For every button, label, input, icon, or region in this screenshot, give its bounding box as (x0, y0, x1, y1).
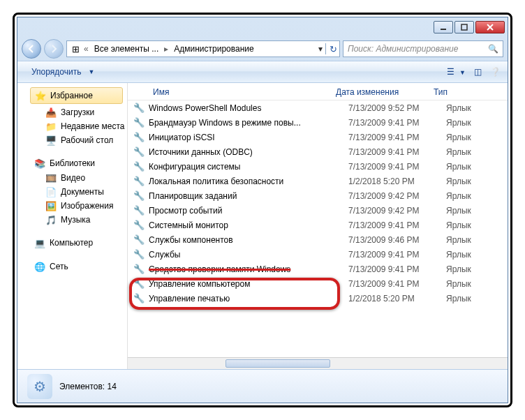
column-name[interactable]: Имя (133, 87, 336, 97)
organize-label: Упорядочить (31, 67, 81, 77)
pictures-icon: 🖼️ (45, 200, 57, 211)
refresh-button[interactable]: ↻ (325, 43, 337, 54)
help-button[interactable]: ❔ (490, 67, 501, 77)
svg-rect-1 (461, 24, 467, 30)
file-date: 7/13/2009 9:52 PM (348, 103, 446, 113)
titlebar (17, 17, 508, 37)
minimize-button[interactable] (434, 21, 453, 33)
horizontal-scrollbar[interactable] (128, 357, 508, 369)
libraries-icon: 📚 (34, 158, 45, 169)
sidebar-item-music[interactable]: 🎵Музыка (17, 213, 127, 227)
video-icon: 🎞️ (45, 172, 57, 183)
file-type: Ярлык (446, 177, 502, 186)
status-count: Элементов: 14 (59, 382, 117, 391)
file-date: 7/13/2009 9:41 PM (348, 279, 446, 289)
file-name: Конфигурация системы (149, 162, 348, 172)
search-input[interactable]: Поиск: Администрирование 🔍 (343, 40, 503, 57)
file-date: 7/13/2009 9:41 PM (348, 147, 446, 157)
sidebar-computer[interactable]: 💻Компьютер (17, 235, 127, 250)
search-icon[interactable]: 🔍 (488, 44, 498, 54)
file-row[interactable]: 🔧Системный монитор7/13/2009 9:41 PMЯрлык (128, 218, 508, 232)
file-name: Локальная политика безопасности (149, 177, 348, 186)
sidebar-item-desktop[interactable]: 🖥️Рабочий стол (17, 133, 127, 147)
file-row[interactable]: 🔧Инициатор iSCSI7/13/2009 9:41 PMЯрлык (128, 130, 508, 144)
file-row[interactable]: 🔧Службы7/13/2009 9:41 PMЯрлык (128, 247, 508, 262)
file-type: Ярлык (446, 220, 502, 230)
file-type: Ярлык (446, 118, 502, 128)
explorer-window: ⊞ « Все элементы ... ▸ Администрирование… (17, 17, 508, 403)
scrollbar-thumb[interactable] (225, 359, 330, 368)
search-placeholder: Поиск: Администрирование (348, 44, 458, 54)
column-type[interactable]: Тип (434, 87, 489, 97)
file-row[interactable]: 🔧Средство проверки памяти Windows7/13/20… (128, 262, 508, 276)
downloads-icon: 📥 (45, 107, 57, 118)
file-name: Инициатор iSCSI (149, 133, 348, 142)
file-row[interactable]: 🔧Планировщик заданий7/13/2009 9:42 PMЯрл… (128, 188, 508, 203)
file-row[interactable]: 🔧Конфигурация системы7/13/2009 9:41 PMЯр… (128, 159, 508, 174)
breadcrumb-root[interactable]: Все элементы ... (91, 44, 162, 54)
file-type: Ярлык (446, 206, 502, 216)
file-name: Просмотр событий (149, 206, 348, 216)
star-icon: ⭐ (35, 90, 46, 101)
sidebar-libraries[interactable]: 📚Библиотеки (17, 156, 127, 171)
file-date: 1/2/2018 5:20 PM (348, 177, 446, 186)
file-row[interactable]: 🔧Брандмауэр Windows в режиме повы...7/13… (128, 115, 508, 130)
chevron-down-icon[interactable]: ▾ (318, 44, 323, 54)
file-date: 7/13/2009 9:46 PM (348, 235, 446, 245)
column-headers: Имя Дата изменения Тип (128, 83, 508, 100)
file-date: 7/13/2009 9:41 PM (348, 250, 446, 260)
file-row[interactable]: 🔧Просмотр событий7/13/2009 9:42 PMЯрлык (128, 203, 508, 218)
file-row[interactable]: 🔧Управление компьютером7/13/2009 9:41 PM… (128, 276, 508, 291)
back-button[interactable] (22, 39, 41, 59)
file-name: Windows PowerShell Modules (149, 103, 348, 113)
view-options-button[interactable]: ☰ ▼ (447, 67, 466, 77)
file-row[interactable]: 🔧Управление печатью1/2/2018 5:20 PMЯрлык (128, 291, 508, 306)
sidebar-item-recent[interactable]: 📁Недавние места (17, 119, 127, 133)
sidebar-item-pictures[interactable]: 🖼️Изображения (17, 199, 127, 213)
sidebar-item-documents[interactable]: 📄Документы (17, 185, 127, 199)
file-name: Службы (149, 250, 348, 260)
sidebar-item-downloads[interactable]: 📥Загрузки (17, 105, 127, 119)
sidebar-favorites[interactable]: ⭐Избранное (30, 87, 123, 104)
file-type: Ярлык (446, 147, 502, 157)
file-type: Ярлык (446, 264, 502, 274)
file-list-panel: Имя Дата изменения Тип 🔧Windows PowerShe… (128, 83, 508, 369)
file-type: Ярлык (446, 133, 502, 142)
shortcut-icon: 🔧 (133, 190, 145, 202)
file-date: 7/13/2009 9:41 PM (348, 220, 446, 230)
file-name: Брандмауэр Windows в режиме повы... (149, 118, 348, 128)
file-row[interactable]: 🔧Источники данных (ODBC)7/13/2009 9:41 P… (128, 144, 508, 159)
shortcut-icon: 🔧 (133, 293, 145, 304)
file-row[interactable]: 🔧Службы компонентов7/13/2009 9:46 PMЯрлы… (128, 232, 508, 247)
sidebar-item-video[interactable]: 🎞️Видео (17, 171, 127, 185)
forward-button[interactable] (44, 39, 64, 59)
file-date: 7/13/2009 9:42 PM (348, 191, 446, 201)
navigation-pane: ⭐Избранное 📥Загрузки 📁Недавние места 🖥️Р… (17, 83, 128, 369)
documents-icon: 📄 (45, 186, 57, 197)
preview-pane-button[interactable]: ◫ (474, 67, 482, 77)
file-type: Ярлык (446, 250, 502, 260)
file-type: Ярлык (446, 191, 502, 201)
column-date[interactable]: Дата изменения (336, 87, 434, 97)
shortcut-icon: 🔧 (133, 132, 145, 143)
file-name: Управление печатью (149, 294, 348, 303)
shortcut-icon: 🔧 (133, 103, 145, 114)
file-row[interactable]: 🔧Локальная политика безопасности1/2/2018… (128, 174, 508, 188)
shortcut-icon: 🔧 (133, 234, 145, 246)
file-date: 7/13/2009 9:41 PM (348, 162, 446, 172)
status-bar: ⚙ Элементов: 14 (17, 369, 508, 403)
file-row[interactable]: 🔧Windows PowerShell Modules7/13/2009 9:5… (128, 100, 508, 115)
file-date: 7/13/2009 9:41 PM (348, 118, 446, 128)
music-icon: 🎵 (45, 214, 57, 225)
file-type: Ярлык (446, 279, 502, 289)
address-bar[interactable]: ⊞ « Все элементы ... ▸ Администрирование… (66, 40, 340, 57)
chevron-down-icon: ▼ (88, 68, 94, 75)
shortcut-icon: 🔧 (133, 176, 145, 187)
file-type: Ярлык (446, 103, 502, 113)
maximize-button[interactable] (454, 21, 474, 33)
close-button[interactable] (475, 21, 505, 33)
breadcrumb-current[interactable]: Администрирование (171, 44, 256, 54)
sidebar-network[interactable]: 🌐Сеть (17, 259, 127, 274)
organize-button[interactable]: Упорядочить ▼ (24, 64, 101, 80)
toolbar: Упорядочить ▼ ☰ ▼ ◫ ❔ (17, 61, 508, 83)
